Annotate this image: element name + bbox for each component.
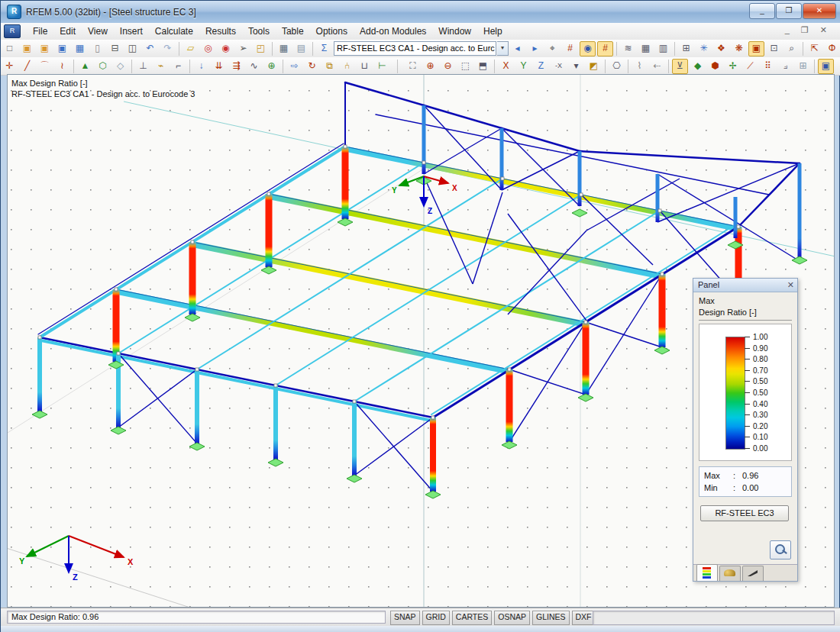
result-values-icon[interactable]: # xyxy=(562,41,578,56)
solid-results-icon[interactable]: ⬢ xyxy=(707,59,723,74)
project-navigator-icon[interactable]: ▣ xyxy=(54,41,70,56)
column-high-ratio[interactable] xyxy=(659,274,666,347)
menu-calculate[interactable]: Calculate xyxy=(149,24,199,39)
column-member[interactable] xyxy=(195,369,199,443)
title-bar[interactable]: R RFEM 5.00 (32bit) - [Steel structure E… xyxy=(1,1,840,24)
menu-tools[interactable]: Tools xyxy=(242,24,276,39)
undo-view-icon[interactable]: ⇠ xyxy=(649,59,665,74)
show-results-on-icon[interactable]: ◉ xyxy=(580,41,596,56)
select-arrow-icon[interactable]: ➢ xyxy=(235,41,251,56)
stress-icon[interactable]: ◆ xyxy=(690,59,706,74)
values-on-surfaces-icon[interactable]: # xyxy=(597,41,613,56)
status-toggle-osnap[interactable]: OSNAP xyxy=(494,611,530,625)
color-scale[interactable]: 1.000.900.800.700.500.500.400.300.200.10… xyxy=(699,324,792,461)
next-load-case-icon[interactable]: ▸ xyxy=(527,41,543,56)
status-toggle-grid[interactable]: GRID xyxy=(422,611,450,625)
generate-load-icon[interactable]: ⊕ xyxy=(263,59,279,74)
panel-close-icon[interactable]: ✕ xyxy=(787,280,794,292)
model-viewport[interactable]: Max Design Ratio [-] RF-STEEL EC3 CA1 - … xyxy=(7,74,835,608)
menu-edit[interactable]: Edit xyxy=(53,24,82,39)
edit-divide-icon[interactable]: ⑃ xyxy=(339,59,355,74)
mdi-window-buttons[interactable]: _ ❐ ✕ xyxy=(785,25,832,35)
save-icon[interactable]: ▦ xyxy=(72,41,88,56)
previous-load-case-icon[interactable]: ◂ xyxy=(509,41,525,56)
view-z-icon[interactable]: Z xyxy=(533,59,549,74)
status-toggle-cartes[interactable]: CARTES xyxy=(452,611,492,625)
result-table-icon[interactable]: ▦ xyxy=(638,41,654,56)
column-high-ratio[interactable] xyxy=(430,418,436,492)
menu-insert[interactable]: Insert xyxy=(114,24,149,39)
view-minus-x-icon[interactable]: -X xyxy=(551,59,567,74)
new-window-icon[interactable]: ◰ xyxy=(253,41,269,56)
deformation-icon[interactable]: ⊻ xyxy=(672,59,688,74)
tab-factors[interactable] xyxy=(719,566,741,581)
minimize-button[interactable]: _ xyxy=(749,3,775,19)
status-toggle-dxf[interactable]: DXF xyxy=(572,611,596,625)
menu-options[interactable]: Options xyxy=(310,24,354,39)
combo-dropdown-icon[interactable]: ▾ xyxy=(497,41,509,56)
status-toggle-snap[interactable]: SNAP xyxy=(390,611,420,625)
opening-tool-icon[interactable]: ◇ xyxy=(112,59,128,74)
trajectories-icon[interactable]: ✢ xyxy=(725,59,741,74)
column-member[interactable] xyxy=(798,163,802,257)
menu-window[interactable]: Window xyxy=(432,24,477,39)
column-member[interactable] xyxy=(37,337,42,411)
view-x-icon[interactable]: X xyxy=(498,59,514,74)
arc-tool-icon[interactable]: ⌒ xyxy=(37,59,53,74)
new-file-icon[interactable]: □ xyxy=(2,41,18,56)
mesh-icon[interactable]: ⊞ xyxy=(678,41,694,56)
guidelines-icon[interactable]: ⇱ xyxy=(806,41,822,56)
render-wireframe-icon[interactable]: ▱ xyxy=(183,41,199,56)
column-high-ratio[interactable] xyxy=(113,289,120,362)
member-load-icon[interactable]: ⇊ xyxy=(211,59,227,74)
panel-search-button[interactable] xyxy=(770,540,791,559)
menu-table[interactable]: Table xyxy=(276,24,310,39)
eccentricity-icon[interactable]: ⌐ xyxy=(170,59,186,74)
iso-view-icon[interactable]: ⬚ xyxy=(457,59,473,74)
smooth-icon[interactable]: ⟓ xyxy=(777,59,793,74)
status-toggle-glines[interactable]: GLINES xyxy=(532,611,570,625)
calculation-params-icon[interactable]: ⊡ xyxy=(766,41,782,56)
menu-help[interactable]: Help xyxy=(477,24,509,39)
render-solid-icon[interactable]: ◎ xyxy=(200,41,216,56)
animation-icon[interactable]: ≋ xyxy=(620,41,636,56)
guideline-edit-icon[interactable]: ⌇ xyxy=(632,59,648,74)
column-member[interactable] xyxy=(352,401,357,476)
tab-filter[interactable] xyxy=(742,566,764,581)
rf-steel-ec3-button[interactable]: RF-STEEL EC3 xyxy=(700,505,789,521)
close-button[interactable]: ✕ xyxy=(803,3,836,19)
printout-report-icon[interactable]: ▥ xyxy=(655,41,671,56)
dimensions-icon[interactable]: Φ xyxy=(824,41,840,56)
line-tool-icon[interactable]: ╱ xyxy=(19,59,35,74)
hinge-tool-icon[interactable]: ⌁ xyxy=(153,59,169,74)
open-file-icon[interactable]: ▣ xyxy=(19,41,35,56)
panel-toggle-icon[interactable]: ▣ xyxy=(818,59,834,74)
open-project-icon[interactable]: ▣ xyxy=(37,41,53,56)
mdi-document-icon[interactable]: R xyxy=(4,24,21,38)
view-drop-icon[interactable]: ▾ xyxy=(568,59,584,74)
panel-title-bar[interactable]: Panel ✕ xyxy=(693,279,797,292)
mesh-settings-icon[interactable]: ✳ xyxy=(696,41,712,56)
column-high-ratio[interactable] xyxy=(266,194,273,267)
column-member[interactable] xyxy=(578,151,582,206)
tab-color-spectrum[interactable] xyxy=(696,564,718,581)
print-icon[interactable]: ⊟ xyxy=(107,41,123,56)
column-high-ratio[interactable] xyxy=(583,322,590,395)
imperfection-icon[interactable]: ∿ xyxy=(246,59,262,74)
tables-icon[interactable]: ⊞ xyxy=(795,59,811,74)
zoom-out-icon[interactable]: ⊖ xyxy=(440,59,456,74)
check-icon[interactable]: ⌕ xyxy=(783,41,800,56)
display-properties-icon[interactable]: ✐ xyxy=(835,59,840,74)
edit-mirror-icon[interactable]: ⧉ xyxy=(321,59,338,74)
show-results-icon[interactable]: ⌖ xyxy=(544,41,561,56)
clipboard-icon[interactable]: ▯ xyxy=(89,41,105,56)
load-case-combo[interactable]: RF-STEEL EC3 CA1 - Design acc. to Eurc xyxy=(334,41,496,56)
solid-tool-icon[interactable]: ⬡ xyxy=(95,59,111,74)
surface-load-icon[interactable]: ⇶ xyxy=(228,59,244,74)
undo-icon[interactable]: ↶ xyxy=(142,41,158,56)
column-member[interactable] xyxy=(500,128,504,190)
column-high-ratio[interactable] xyxy=(189,242,196,314)
surface-tool-icon[interactable]: ▲ xyxy=(77,59,93,74)
nodal-load-icon[interactable]: ↓ xyxy=(193,59,209,74)
fe-mesh-icon[interactable]: ❖ xyxy=(713,41,729,56)
